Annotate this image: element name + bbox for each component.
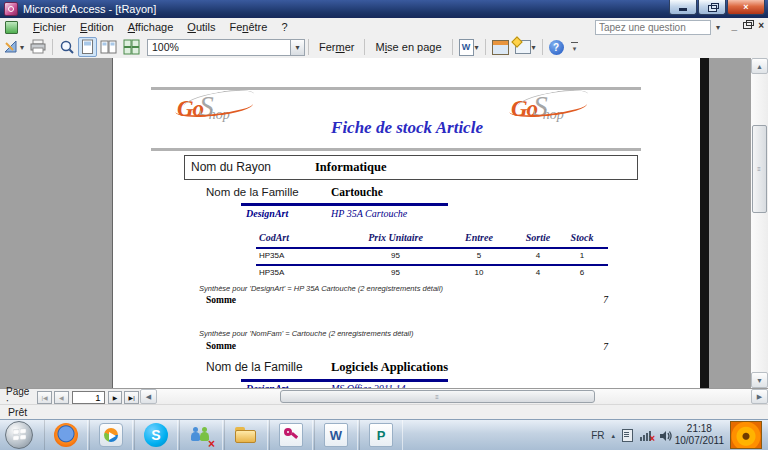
- folder-icon: [234, 423, 258, 447]
- synthese-family-text: Synthèse pour 'NomFam' = Cartouche (2 en…: [199, 329, 413, 338]
- toolbar-options-button[interactable]: ▾: [569, 38, 581, 56]
- menu-outils[interactable]: Outils: [180, 19, 222, 35]
- vertical-scroll-thumb[interactable]: ≡: [752, 125, 767, 213]
- start-button[interactable]: [5, 421, 33, 449]
- famille-value: Cartouche: [331, 186, 383, 198]
- design-view-dropdown-icon[interactable]: ▾: [20, 43, 24, 52]
- table-rule: [256, 264, 608, 266]
- windows-logo-icon: [13, 428, 26, 441]
- page-number-input[interactable]: [72, 391, 105, 404]
- famille2-label: Nom de la Famille: [206, 360, 303, 374]
- menu-affichage[interactable]: Affichage: [121, 19, 181, 35]
- previous-page-button[interactable]: ◀: [54, 391, 69, 404]
- network-icon[interactable]: ×: [640, 430, 652, 441]
- menu-fichier[interactable]: Fichier: [26, 19, 73, 35]
- mise-en-page-button[interactable]: Mise en page: [368, 37, 448, 57]
- mdi-minimize-button[interactable]: _: [732, 20, 738, 31]
- two-pages-button[interactable]: [97, 37, 120, 57]
- magnifier-icon: [59, 39, 75, 55]
- horizontal-scroll-thumb[interactable]: ≡: [280, 390, 595, 403]
- taskbar-item-skype[interactable]: S: [134, 420, 178, 450]
- skype-icon: S: [144, 423, 168, 447]
- scroll-down-button[interactable]: ▼: [751, 372, 768, 388]
- report-doc-icon: [5, 21, 18, 34]
- help-button[interactable]: ?: [546, 37, 567, 57]
- status-bar: Prêt: [0, 404, 768, 419]
- toolbar-separator: [452, 39, 453, 55]
- menu-help[interactable]: ?: [274, 19, 294, 35]
- new-object-dropdown-icon[interactable]: ▾: [532, 43, 536, 52]
- report-page[interactable]: GoShop GoShop Fiche de stock Article Nom…: [112, 58, 701, 388]
- multiple-pages-icon: [123, 39, 140, 55]
- mdi-restore-button[interactable]: [743, 22, 752, 29]
- database-window-button[interactable]: [489, 37, 512, 57]
- access-app-icon: [4, 2, 18, 16]
- media-player-icon: [99, 423, 123, 447]
- clock[interactable]: 21:18 10/07/2011: [675, 423, 724, 447]
- publisher-icon: P: [369, 423, 393, 447]
- report-title: Fiche de stock Article: [217, 118, 597, 138]
- window-title: Microsoft Access - [tRayon]: [23, 3, 156, 15]
- database-window-icon: [492, 40, 509, 55]
- new-object-button[interactable]: ▾: [512, 37, 539, 57]
- officelinks-button[interactable]: W ▾: [456, 37, 482, 57]
- last-page-button[interactable]: ▶|: [124, 391, 139, 404]
- toolbar-separator: [364, 39, 365, 55]
- question-dropdown-icon[interactable]: ▾: [712, 20, 724, 35]
- tray-expand-icon[interactable]: ▴: [611, 432, 615, 440]
- group-label: DesignArt: [246, 208, 288, 219]
- fermer-button[interactable]: Fermer: [312, 37, 361, 57]
- print-button[interactable]: [27, 37, 49, 57]
- zoom-value: 100%: [152, 41, 179, 53]
- toolbar-separator: [52, 39, 53, 55]
- restore-button[interactable]: [698, 0, 726, 15]
- close-icon: ×: [743, 3, 748, 12]
- toolbar-separator: [485, 39, 486, 55]
- scroll-left-button[interactable]: ◀: [140, 389, 157, 404]
- close-button[interactable]: ×: [727, 0, 765, 15]
- tray-document-icon[interactable]: [622, 429, 633, 442]
- desktop-gadget-flower[interactable]: [730, 421, 762, 449]
- first-page-button[interactable]: |◀: [37, 391, 52, 404]
- taskbar-item-publisher[interactable]: P: [359, 420, 403, 450]
- print-preview-toolbar: ▾ 100% ▾ Fermer Mise en page W ▾ ▾ ? ▾: [0, 36, 768, 59]
- zoom-combobox[interactable]: 100%: [147, 39, 291, 56]
- mdi-close-button[interactable]: ×: [758, 20, 764, 31]
- language-indicator[interactable]: FR: [591, 430, 604, 441]
- menu-fenetre[interactable]: Fenêtre: [222, 19, 274, 35]
- volume-icon[interactable]: [659, 430, 672, 442]
- somme-family-label: Somme: [206, 341, 236, 351]
- taskbar-item-explorer[interactable]: [224, 420, 268, 450]
- status-text: Prêt: [8, 406, 27, 418]
- taskbar-item-messenger[interactable]: ×: [179, 420, 223, 450]
- one-page-button[interactable]: [78, 37, 97, 57]
- taskbar-item-access[interactable]: [269, 420, 313, 450]
- taskbar-item-media-player[interactable]: [89, 420, 133, 450]
- multiple-pages-button[interactable]: [120, 37, 143, 57]
- question-input[interactable]: [595, 20, 711, 35]
- taskbar-item-firefox[interactable]: [44, 420, 88, 450]
- minimize-button[interactable]: [669, 0, 697, 15]
- synthese-group-text: Synthèse pour 'DesignArt' = HP 35A Carto…: [199, 284, 443, 293]
- menu-edition[interactable]: Edition: [73, 19, 121, 35]
- navigation-row: Page : |◀ ◀ ▶ ▶| ◀ ≡ ▶: [0, 388, 768, 405]
- vertical-scrollbar[interactable]: ▲ ≡ ▼: [751, 58, 768, 388]
- page-edge-shadow: [700, 58, 709, 388]
- one-page-icon: [81, 39, 94, 55]
- zoom-dropdown-icon[interactable]: ▾: [291, 39, 305, 56]
- table-row: HP35A 95 10 4 6: [113, 268, 701, 278]
- officelinks-dropdown-icon[interactable]: ▾: [475, 43, 479, 52]
- clock-date: 10/07/2011: [675, 435, 724, 447]
- design-view-button[interactable]: ▾: [0, 37, 27, 57]
- scroll-up-button[interactable]: ▲: [751, 58, 768, 74]
- zoom-tool-button[interactable]: [56, 37, 78, 57]
- taskbar-item-word[interactable]: W: [314, 420, 358, 450]
- firefox-icon: [54, 423, 78, 447]
- group-rule: [241, 379, 448, 382]
- taskbar: S × W P FR ▴ × 21:18 10/07/2011: [0, 419, 768, 450]
- next-page-button[interactable]: ▶: [108, 391, 123, 404]
- group-value: HP 35A Cartouche: [331, 208, 407, 219]
- scroll-right-button[interactable]: ▶: [751, 389, 768, 404]
- horizontal-scrollbar[interactable]: ◀ ≡ ▶: [140, 389, 768, 405]
- toolbar-separator: [308, 39, 309, 55]
